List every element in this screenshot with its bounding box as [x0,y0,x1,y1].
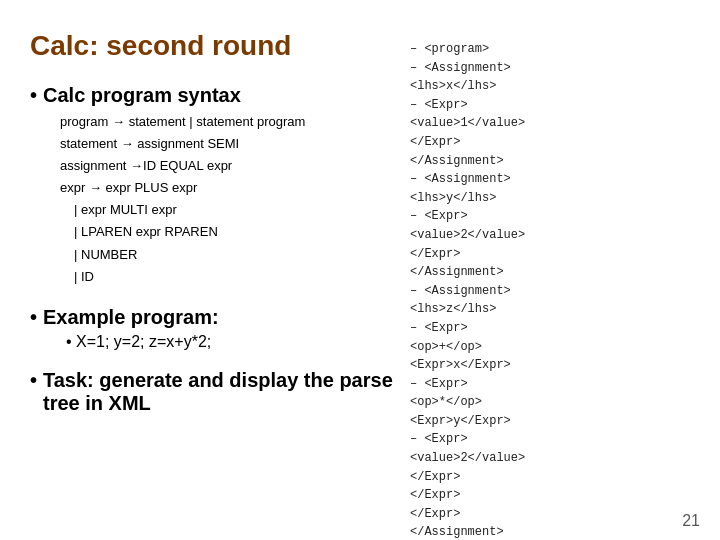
xml-line: – <Expr> [410,375,690,394]
right-column: – <program> – <Assignment> <lhs>x</lhs> … [410,30,690,520]
grammar-line-3: assignment →ID EQUAL expr [60,155,400,177]
bullet-dot-3: • [30,369,37,392]
bullet-syntax: • Calc program syntax program → statemen… [30,84,400,288]
page-number: 21 [682,512,700,530]
grammar-line-1: program → statement | statement program [60,111,400,133]
xml-line: <value>2</value> [410,449,690,468]
xml-line: <op>+</op> [410,338,690,357]
xml-line: </Expr> [410,505,690,524]
xml-line: </Expr> [410,468,690,487]
bullet-example-header: • Example program: [30,306,400,329]
xml-line: </Assignment> [410,523,690,540]
xml-line: – <program> [410,40,690,59]
bullet-example-label: Example program: [43,306,219,329]
xml-line: <lhs>x</lhs> [410,77,690,96]
xml-line: <lhs>y</lhs> [410,189,690,208]
left-column: Calc: second round • Calc program syntax… [30,30,400,520]
xml-line: <lhs>z</lhs> [410,300,690,319]
xml-line: <value>1</value> [410,114,690,133]
xml-line: – <Expr> [410,319,690,338]
xml-line: – <Expr> [410,430,690,449]
xml-line: </Expr> [410,133,690,152]
example-code: • X=1; y=2; z=x+y*2; [66,333,400,351]
bullet-dot-2: • [30,306,37,329]
bullet-syntax-header: • Calc program syntax [30,84,400,107]
slide-title: Calc: second round [30,30,400,62]
xml-line: </Assignment> [410,263,690,282]
xml-line: – <Expr> [410,207,690,226]
xml-line: <value>2</value> [410,226,690,245]
grammar-line-4: expr → expr PLUS expr [60,177,400,199]
xml-line: <op>*</op> [410,393,690,412]
grammar-line-2: statement → assignment SEMI [60,133,400,155]
bullet-task-header: • Task: generate and display the parse t… [30,369,400,415]
grammar-block: program → statement | statement program … [60,111,400,288]
grammar-line-7: | NUMBER [60,244,400,266]
grammar-line-8: | ID [60,266,400,288]
xml-line: <Expr>y</Expr> [410,412,690,431]
slide: Calc: second round • Calc program syntax… [0,0,720,540]
xml-line: </Expr> [410,486,690,505]
grammar-line-5: | expr MULTI expr [60,199,400,221]
xml-line: </Expr> [410,245,690,264]
bullet-task-label: Task: generate and display the parse tre… [43,369,400,415]
xml-line: – <Assignment> [410,282,690,301]
xml-line: </Assignment> [410,152,690,171]
bullet-syntax-label: Calc program syntax [43,84,241,107]
bullet-example: • Example program: • X=1; y=2; z=x+y*2; [30,306,400,351]
bullet-dot-1: • [30,84,37,107]
grammar-line-6: | LPAREN expr RPAREN [60,221,400,243]
bullet-task: • Task: generate and display the parse t… [30,369,400,419]
xml-line: – <Assignment> [410,170,690,189]
xml-line: – <Assignment> [410,59,690,78]
xml-line: <Expr>x</Expr> [410,356,690,375]
xml-line: – <Expr> [410,96,690,115]
